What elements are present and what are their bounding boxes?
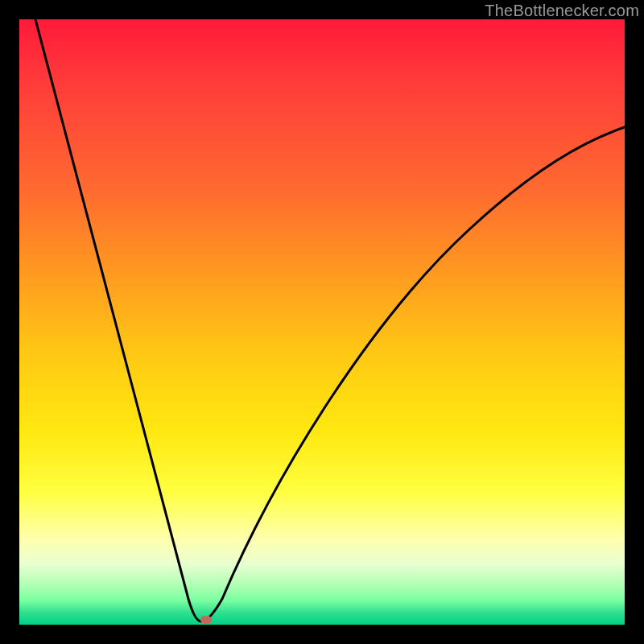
watermark-text: TheBottlenecker.com: [485, 2, 639, 20]
bottleneck-curve-path: [35, 19, 625, 621]
curve-svg: [19, 19, 625, 625]
chart-frame: TheBottlenecker.com: [0, 0, 644, 644]
optimum-marker: [200, 616, 212, 624]
plot-area: [19, 19, 625, 625]
